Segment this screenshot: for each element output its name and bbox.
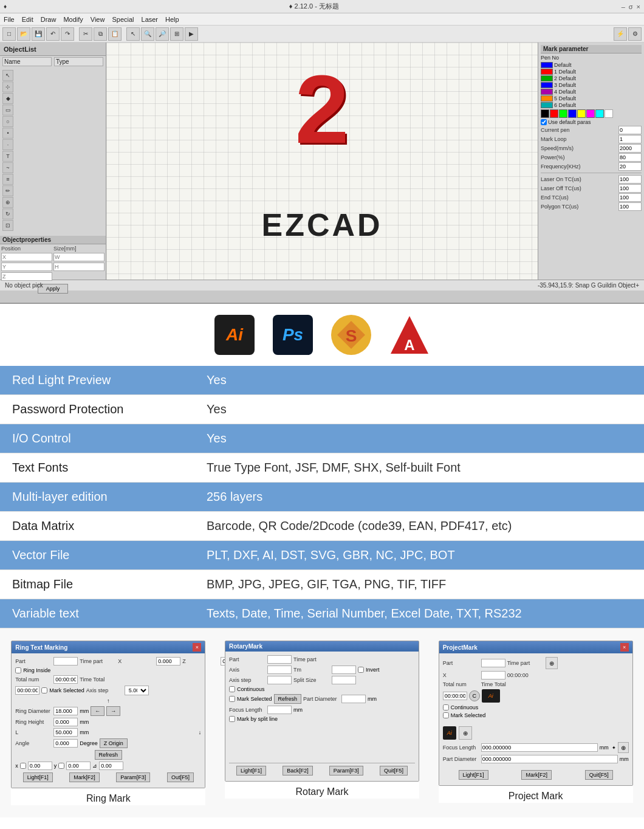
ring-inside-checkbox[interactable] <box>15 667 21 673</box>
rotary-partdiam-input[interactable] <box>341 695 366 703</box>
swatch-red[interactable] <box>550 109 558 118</box>
rotary-marksplit-checkbox[interactable] <box>229 716 235 722</box>
tool-text[interactable]: T <box>2 151 13 162</box>
ring-l-input[interactable] <box>53 728 78 737</box>
ring-totalnum-input[interactable] <box>53 675 78 684</box>
tb-undo[interactable]: ↶ <box>46 27 60 41</box>
rotary-axisstep-input[interactable] <box>267 676 292 684</box>
ring-ycheck[interactable] <box>58 763 64 769</box>
speed-input[interactable] <box>618 144 642 153</box>
use-default-params-checkbox[interactable] <box>541 119 547 125</box>
swatch-blue[interactable] <box>568 109 577 118</box>
ring-part-input[interactable] <box>53 657 78 666</box>
ring-x-input[interactable] <box>156 657 180 666</box>
swatch-green[interactable] <box>559 109 567 118</box>
pen-item-1[interactable]: 1 Default <box>541 69 642 75</box>
tool-circle[interactable]: ○ <box>2 116 13 127</box>
canvas-area[interactable]: 2 EZCAD <box>106 43 538 280</box>
tb-select[interactable]: ↖ <box>126 27 140 41</box>
tb-laser[interactable]: ⚡ <box>614 27 627 41</box>
ring-axisstep-select[interactable]: 5.00 <box>125 686 149 695</box>
ring-mark-btn[interactable]: Mark[F2] <box>69 772 100 782</box>
ring-param-btn[interactable]: Param[F3] <box>116 772 150 782</box>
ring-height-input[interactable] <box>53 718 78 726</box>
tb-copy[interactable]: ⧉ <box>94 27 107 41</box>
height-input[interactable] <box>53 263 104 271</box>
tb-save[interactable]: 💾 <box>32 27 45 41</box>
tool-curve[interactable]: ~ <box>2 162 13 173</box>
swatch-cyan[interactable] <box>595 109 604 118</box>
tb-paste[interactable]: 📋 <box>108 27 122 41</box>
menu-special[interactable]: Special <box>112 16 134 23</box>
tb-fit[interactable]: ⊞ <box>170 27 183 41</box>
rotary-continuous-checkbox[interactable] <box>229 686 235 692</box>
ring-right-btn[interactable]: → <box>106 706 120 716</box>
polygon-tc-input[interactable] <box>618 202 642 211</box>
width-input[interactable] <box>53 253 104 261</box>
rotary-axis-input[interactable] <box>267 666 292 674</box>
proj-marksel-checkbox[interactable] <box>443 712 449 718</box>
proj-focuslength-input[interactable] <box>481 743 598 752</box>
tool-zoom[interactable]: ⊡ <box>2 220 13 231</box>
ring-height-val[interactable] <box>99 762 123 770</box>
ai-icon[interactable]: Ai <box>214 315 255 355</box>
ring-zorigin-btn[interactable]: Z Origin <box>100 738 128 748</box>
menu-modify[interactable]: Modify <box>63 16 83 23</box>
tb-mark[interactable]: ▶ <box>185 27 198 41</box>
pen-item-4[interactable]: 4 Default <box>541 89 642 95</box>
proj-light-btn[interactable]: Light[F1] <box>459 770 488 780</box>
proj-partdiam-input[interactable] <box>481 755 618 763</box>
rotary-param-btn[interactable]: Param[F3] <box>329 766 363 776</box>
laser-off-tc-input[interactable] <box>618 184 642 193</box>
tool-transform[interactable]: ⊕ <box>2 197 13 208</box>
mark-loop-input[interactable] <box>618 135 642 143</box>
tool-diamond[interactable]: ◆ <box>2 93 13 104</box>
current-pen-input[interactable] <box>618 126 642 134</box>
frequency-input[interactable] <box>618 162 642 171</box>
tool-arrow[interactable]: ↖ <box>2 70 13 81</box>
ring-refresh-btn[interactable]: Refresh <box>95 750 123 760</box>
swatch-magenta[interactable] <box>586 109 595 118</box>
menu-file[interactable]: File <box>4 16 15 23</box>
ring-ycoord[interactable] <box>66 762 91 770</box>
tb-cut[interactable]: ✂ <box>79 27 92 41</box>
pen-item-5[interactable]: 5 Default <box>541 95 642 101</box>
ring-angle-input[interactable] <box>53 739 78 748</box>
rotary-invert-checkbox[interactable] <box>358 667 364 673</box>
ring-timetotal-input[interactable] <box>15 686 39 695</box>
rotary-focuslength-input[interactable] <box>267 706 292 714</box>
rotary-quit-btn[interactable]: Quit[F5] <box>380 766 408 776</box>
proj-quit-btn[interactable]: Quit[F5] <box>585 770 613 780</box>
ring-out-btn[interactable]: Out[F5] <box>167 772 194 782</box>
ring-mark-close[interactable]: × <box>193 643 201 652</box>
swatch-yellow[interactable] <box>577 109 586 118</box>
minimize-btn[interactable]: – <box>622 3 625 10</box>
tb-config[interactable]: ⚙ <box>628 27 642 41</box>
tb-zoom-out[interactable]: 🔎 <box>156 27 169 41</box>
close-btn[interactable]: × <box>637 3 640 10</box>
tool-node[interactable]: ⊹ <box>2 81 13 92</box>
ring-xcheck[interactable] <box>20 763 26 769</box>
tool-hatch[interactable]: ≡ <box>2 174 13 185</box>
menu-laser[interactable]: Laser <box>142 16 159 23</box>
tool-rect[interactable]: ▭ <box>2 105 13 115</box>
tb-zoom-in[interactable]: 🔍 <box>141 27 154 41</box>
ring-light-btn[interactable]: Light[F1] <box>23 772 53 782</box>
tool-pen[interactable]: ✏ <box>2 185 13 196</box>
tb-redo[interactable]: ↷ <box>61 27 74 41</box>
swatch-black[interactable] <box>541 109 549 118</box>
ring-diameter-input[interactable] <box>53 707 78 715</box>
tb-new[interactable]: □ <box>2 27 16 41</box>
rotary-splitsize-input[interactable] <box>332 676 356 684</box>
pen-item-6[interactable]: 6 Default <box>541 102 642 108</box>
menu-help[interactable]: Help <box>165 16 179 23</box>
sketch-icon[interactable]: S <box>331 315 371 355</box>
tb-open[interactable]: 📂 <box>17 27 30 41</box>
swatch-white[interactable] <box>605 109 613 118</box>
pen-item-default[interactable]: Default <box>541 62 642 68</box>
window-controls[interactable]: – σ × <box>622 3 640 10</box>
x-input[interactable] <box>1 253 52 261</box>
ring-marksel-checkbox[interactable] <box>41 687 47 693</box>
pen-item-2[interactable]: 2 Default <box>541 75 642 81</box>
proj-mark-btn[interactable]: Mark[F2] <box>521 770 552 780</box>
